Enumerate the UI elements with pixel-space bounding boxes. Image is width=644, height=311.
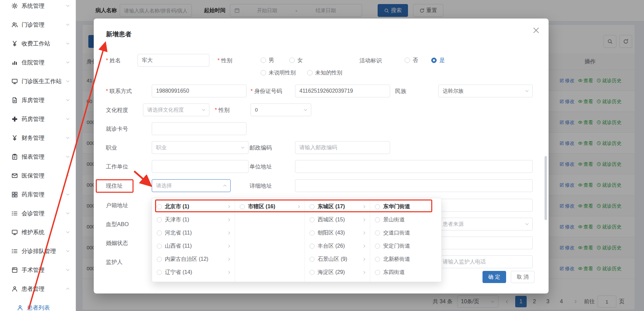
- cascader-city-column: 市辖区 (16): [235, 198, 305, 282]
- cascader-option[interactable]: 山西省 (11): [152, 240, 235, 253]
- radio-gender-unstated[interactable]: 未说明性别: [261, 66, 296, 79]
- cancel-button[interactable]: 取 消: [511, 271, 534, 283]
- chevron-down-icon: [65, 249, 70, 253]
- sidebar-item[interactable]: 药房管理: [0, 110, 76, 128]
- document-icon: [11, 97, 18, 103]
- guardian-phone-input[interactable]: [438, 255, 533, 268]
- radio-icon[interactable]: [375, 270, 380, 275]
- radio-icon[interactable]: [310, 244, 315, 249]
- radio-icon[interactable]: [375, 204, 380, 209]
- contact-input[interactable]: [152, 85, 246, 97]
- radio-icon[interactable]: [375, 244, 380, 249]
- cascader-option[interactable]: 西城区 (15): [305, 213, 370, 226]
- radio-icon[interactable]: [310, 257, 315, 262]
- radio-icon[interactable]: [157, 217, 162, 222]
- sidebar-item[interactable]: 医保管理: [0, 166, 76, 185]
- name-input[interactable]: [138, 54, 209, 67]
- cascader-option[interactable]: 石景山区 (9): [305, 253, 370, 266]
- cascader-option[interactable]: 景山街道: [370, 213, 441, 226]
- radio-icon[interactable]: [375, 257, 380, 262]
- radio-icon[interactable]: [375, 230, 380, 236]
- id-number-input[interactable]: [295, 85, 390, 97]
- cascader-option[interactable]: 内蒙古自治区 (12): [152, 253, 235, 266]
- radio-icon: [405, 58, 410, 63]
- ethnicity-select[interactable]: 达斡尔族: [438, 85, 533, 97]
- yen-icon: [11, 40, 18, 47]
- detail-address-input[interactable]: [295, 179, 533, 192]
- visit-card-label: 就诊卡号: [106, 122, 128, 135]
- radio-gender-unknown[interactable]: 未知的性别: [307, 66, 342, 79]
- cascader-option[interactable]: 安定门街道: [370, 240, 441, 253]
- box-icon: [11, 267, 18, 273]
- chevron-right-icon: [362, 257, 367, 261]
- sidebar-item[interactable]: 维护系统: [0, 223, 76, 242]
- radio-male[interactable]: 男: [261, 54, 274, 67]
- unit-address-input[interactable]: [295, 160, 533, 173]
- modal-scrollbar[interactable]: [545, 156, 547, 220]
- confirm-button[interactable]: 确 定: [482, 271, 506, 283]
- cascader-option[interactable]: 东四街道: [370, 266, 441, 279]
- radio-icon[interactable]: [310, 204, 315, 209]
- current-address-select[interactable]: 请选择: [152, 179, 231, 192]
- sidebar-item[interactable]: 患者管理: [0, 279, 76, 298]
- cascader-option[interactable]: 交道口街道: [370, 226, 441, 240]
- sidebar-item[interactable]: 药库管理: [0, 185, 76, 204]
- sidebar-item[interactable]: 门诊管理: [0, 15, 76, 34]
- radio-icon[interactable]: [157, 244, 162, 249]
- sidebar-item[interactable]: 财务管理: [0, 128, 76, 147]
- radio-activity-yes[interactable]: 是: [431, 54, 445, 67]
- visit-card-input[interactable]: [152, 122, 246, 135]
- cascader-option[interactable]: 北京市 (1): [152, 200, 235, 213]
- postal-code-input[interactable]: [295, 141, 390, 154]
- gender2-label: 性别: [215, 103, 230, 116]
- radio-activity-no[interactable]: 否: [405, 54, 418, 67]
- chevron-right-icon: [227, 270, 231, 275]
- cascader-option[interactable]: 东城区 (17): [305, 200, 370, 213]
- cascader-option[interactable]: 辽宁省 (14): [152, 266, 235, 279]
- radio-icon[interactable]: [310, 270, 315, 275]
- chevron-down-icon: [65, 22, 70, 27]
- chevron-down-icon: [525, 222, 529, 226]
- sidebar-item[interactable]: 住院管理: [0, 53, 76, 72]
- radio-icon[interactable]: [157, 204, 162, 209]
- radio-icon[interactable]: [310, 230, 315, 236]
- radio-icon[interactable]: [240, 204, 245, 209]
- patient-source-select[interactable]: 患者来源: [438, 218, 533, 230]
- marital-status-label: 婚姻状态: [106, 237, 128, 249]
- sidebar-item[interactable]: 手术管理: [0, 260, 76, 279]
- sidebar-item[interactable]: 门诊医生工作站: [0, 72, 76, 91]
- sidebar-item[interactable]: 会诊管理: [0, 204, 76, 223]
- cascader-option[interactable]: 东华门街道: [370, 200, 441, 213]
- sidebar-item[interactable]: 分诊排队管理: [0, 242, 76, 260]
- radio-icon[interactable]: [310, 217, 315, 222]
- household-right-input[interactable]: [438, 199, 533, 212]
- cascader-option[interactable]: 北新桥街道: [370, 253, 441, 266]
- radio-female[interactable]: 女: [289, 54, 303, 67]
- cascader-option[interactable]: 朝阳区 (43): [305, 226, 370, 240]
- chevron-right-icon: [362, 231, 367, 235]
- cascader-option[interactable]: 海淀区 (29): [305, 266, 370, 279]
- marital-right-input[interactable]: [438, 237, 533, 249]
- cascader-option[interactable]: 丰台区 (26): [305, 240, 370, 253]
- sidebar-item[interactable]: 库房管理: [0, 91, 76, 110]
- close-icon[interactable]: [532, 27, 540, 34]
- occupation-select[interactable]: 职业: [152, 141, 248, 154]
- radio-icon[interactable]: [375, 217, 380, 222]
- gender2-select[interactable]: 0: [251, 103, 311, 116]
- cascader-option[interactable]: 市辖区 (16): [235, 200, 304, 213]
- sidebar-item-patient-list[interactable]: 患者列表: [0, 298, 76, 311]
- radio-icon[interactable]: [157, 270, 162, 275]
- education-select[interactable]: 请选择文化程度: [143, 103, 209, 116]
- activity-flag-label: 活动标识: [359, 54, 382, 67]
- work-unit-input[interactable]: [152, 160, 248, 173]
- monitor-icon: [11, 78, 18, 85]
- sidebar-item[interactable]: 报表管理: [0, 147, 76, 166]
- current-address-label: 现住址: [106, 179, 123, 192]
- mail-icon: [11, 173, 18, 179]
- radio-icon[interactable]: [157, 257, 162, 262]
- cascader-option[interactable]: 天津市 (1): [152, 213, 235, 226]
- cascader-option[interactable]: 河北省 (11): [152, 226, 235, 240]
- radio-icon[interactable]: [157, 230, 162, 236]
- sidebar-item[interactable]: 系统管理: [0, 0, 76, 15]
- sidebar-item[interactable]: 收费工作站: [0, 34, 76, 53]
